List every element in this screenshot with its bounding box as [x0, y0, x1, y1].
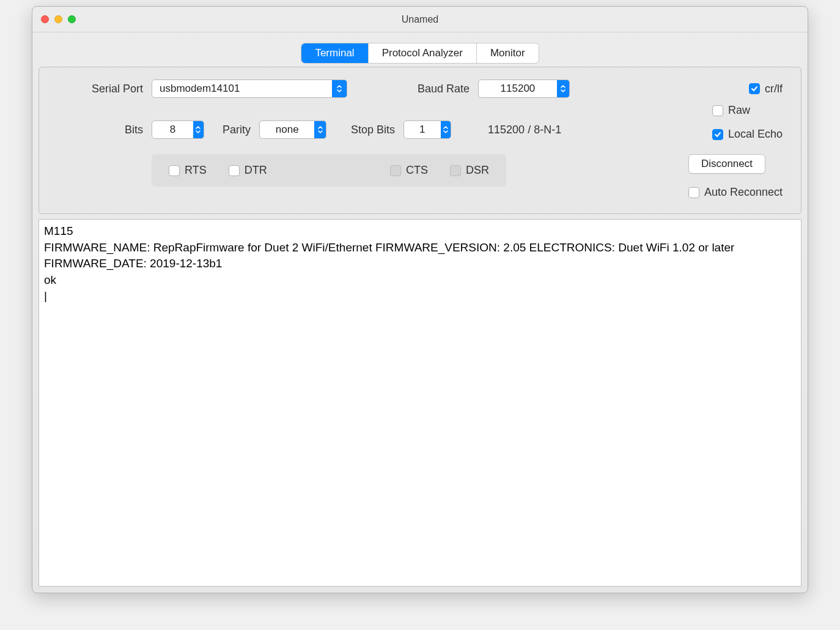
rts-checkbox-row: RTS [169, 164, 207, 177]
row-bits-parity: Bits 8 Parity none Stop Bits 1 [57, 111, 783, 148]
dsr-indicator-row: DSR [450, 164, 489, 177]
dtr-checkbox-row: DTR [229, 164, 267, 177]
chevron-updown-icon [557, 80, 569, 97]
signals-box: RTS DTR CTS D [152, 154, 506, 187]
row-port-baud: Serial Port usbmodem14101 Baud Rate 1152… [57, 80, 783, 98]
chevron-updown-icon [441, 121, 451, 138]
localecho-checkbox-row: Local Echo [712, 128, 783, 141]
controls-panel: Serial Port usbmodem14101 Baud Rate 1152… [39, 67, 801, 214]
chevron-updown-icon [193, 121, 204, 138]
parity-value: none [260, 121, 314, 138]
chevron-updown-icon [314, 121, 326, 138]
serial-port-select[interactable]: usbmodem14101 [152, 80, 347, 98]
window-title: Unamed [32, 14, 808, 25]
autoreconnect-checkbox-row: Auto Reconnect [688, 186, 783, 199]
stopbits-label: Stop Bits [351, 124, 395, 136]
tab-monitor[interactable]: Monitor [477, 43, 539, 63]
parity-select[interactable]: none [259, 120, 326, 139]
content-area: Terminal Protocol Analyzer Monitor Seria… [32, 32, 808, 593]
serial-port-value: usbmodem14101 [152, 80, 247, 97]
cts-indicator-row: CTS [390, 164, 428, 177]
baud-rate-value: 115200 [479, 80, 557, 97]
raw-checkbox[interactable] [712, 105, 723, 116]
tab-protocol-analyzer[interactable]: Protocol Analyzer [369, 43, 477, 63]
localecho-checkbox[interactable] [712, 129, 723, 140]
serial-port-label: Serial Port [57, 83, 143, 95]
dtr-label: DTR [245, 164, 267, 177]
minimize-icon[interactable] [54, 15, 62, 23]
chevron-updown-icon [332, 80, 347, 97]
terminal-output-text: M115 FIRMWARE_NAME: RepRapFirmware for D… [44, 224, 738, 286]
serial-status: 115200 / 8-N-1 [488, 124, 561, 136]
traffic-lights [41, 15, 76, 23]
crlf-checkbox[interactable] [749, 83, 760, 94]
tabs-row: Terminal Protocol Analyzer Monitor [39, 32, 801, 67]
raw-label: Raw [728, 104, 750, 117]
row-signals: RTS DTR CTS D [57, 154, 783, 199]
parity-label: Parity [223, 124, 251, 136]
crlf-checkbox-row: cr/lf [749, 83, 783, 95]
app-window: Unamed Terminal Protocol Analyzer Monito… [32, 6, 808, 593]
disconnect-button[interactable]: Disconnect [688, 154, 765, 174]
rts-checkbox[interactable] [169, 165, 180, 176]
terminal-output[interactable]: M115 FIRMWARE_NAME: RepRapFirmware for D… [39, 219, 801, 587]
tab-segmented-control: Terminal Protocol Analyzer Monitor [301, 43, 538, 63]
stopbits-value: 1 [404, 121, 441, 138]
terminal-cursor [44, 289, 47, 302]
raw-checkbox-row: Raw [712, 104, 750, 117]
dsr-indicator [450, 165, 461, 176]
bits-value: 8 [152, 121, 193, 138]
bits-label: Bits [57, 124, 143, 136]
autoreconnect-label: Auto Reconnect [704, 186, 783, 199]
baud-rate-select[interactable]: 115200 [478, 80, 570, 98]
dsr-label: DSR [466, 164, 489, 177]
titlebar: Unamed [32, 7, 808, 32]
stopbits-select[interactable]: 1 [403, 120, 451, 139]
rts-label: RTS [185, 164, 207, 177]
autoreconnect-checkbox[interactable] [688, 187, 699, 198]
cts-indicator [390, 165, 401, 176]
dtr-checkbox[interactable] [229, 165, 240, 176]
zoom-icon[interactable] [68, 15, 76, 23]
localecho-label: Local Echo [728, 128, 783, 141]
cts-label: CTS [406, 164, 428, 177]
close-icon[interactable] [41, 15, 49, 23]
bits-select[interactable]: 8 [152, 120, 204, 139]
baud-rate-label: Baud Rate [372, 83, 470, 95]
crlf-label: cr/lf [765, 83, 783, 95]
tab-terminal[interactable]: Terminal [301, 43, 368, 63]
